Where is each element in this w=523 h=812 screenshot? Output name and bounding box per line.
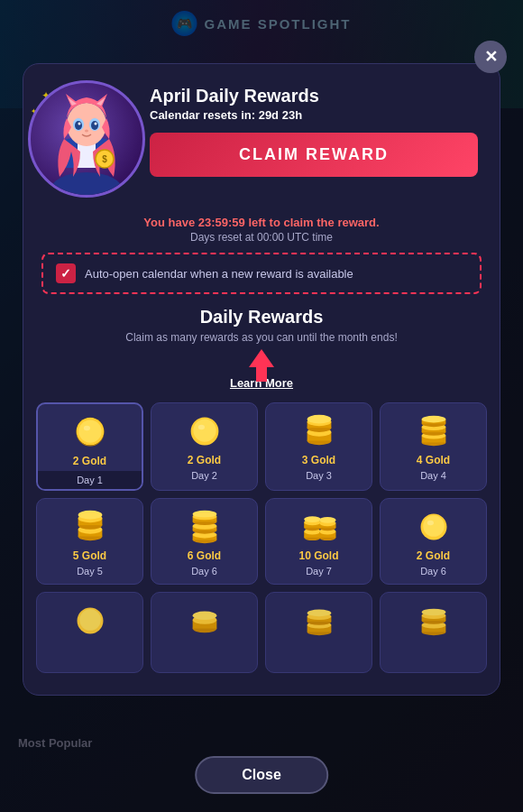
day-label-day3: Day 3	[306, 470, 332, 481]
svg-point-5	[75, 121, 82, 130]
reward-card-day7[interactable]: 10 Gold Day 7	[265, 498, 372, 585]
reward-card-day4[interactable]: 4 Gold Day 4	[380, 402, 487, 491]
svg-point-72	[79, 609, 101, 631]
reward-amount-day1: 2 Gold	[73, 455, 106, 467]
reward-card-day10[interactable]	[151, 592, 258, 673]
close-top-button[interactable]: ✕	[474, 41, 507, 73]
modal-header: ✦ ✦ ✦ ✦ ✦	[23, 64, 500, 207]
svg-point-67	[319, 517, 335, 523]
timer-text: You have 23:59:59 left to claim the rewa…	[23, 216, 500, 229]
coin-icon-day9	[73, 604, 107, 638]
reward-info: April Daily Rewards Calendar resets in: …	[150, 80, 478, 177]
day-label-day6: Day 6	[191, 566, 217, 577]
reward-img-day9	[71, 602, 109, 640]
auto-open-container[interactable]: ✓ Auto-open calendar when a new reward i…	[41, 253, 482, 294]
svg-point-36	[421, 416, 445, 423]
svg-point-90	[421, 609, 445, 616]
auto-open-label: Auto-open calendar when a new reward is …	[85, 267, 353, 281]
coin-icon-day5	[71, 510, 109, 544]
svg-marker-12	[249, 349, 274, 382]
svg-text:$: $	[102, 154, 107, 164]
svg-point-0	[50, 172, 123, 195]
reward-amount-day6: 6 Gold	[188, 549, 221, 562]
coin-icon-day10	[186, 604, 224, 638]
svg-point-70	[427, 521, 433, 525]
day-label-day2: Day 2	[191, 470, 217, 481]
svg-point-27	[307, 415, 331, 424]
reward-card-day12[interactable]	[380, 592, 487, 673]
reward-title: April Daily Rewards	[150, 86, 478, 106]
reward-amount-day7: 10 Gold	[298, 549, 338, 562]
svg-point-9	[85, 130, 88, 133]
rewards-modal: ✦ ✦ ✦ ✦ ✦	[23, 63, 500, 696]
day-label-day1: Day 1	[38, 471, 142, 489]
day-label-day7: Day 7	[306, 566, 332, 577]
reward-img-day5	[71, 508, 109, 546]
close-bottom-button[interactable]: Close	[195, 756, 328, 794]
reward-amount-day4: 4 Gold	[417, 454, 450, 466]
reward-subtitle: Calendar resets in: 29d 23h	[150, 108, 478, 122]
coin-icon-day12	[415, 604, 453, 638]
reward-card-day6[interactable]: 6 Gold Day 6	[151, 498, 258, 585]
coin-icon-day4	[415, 414, 453, 448]
day-label-day5: Day 5	[77, 566, 103, 577]
reward-img-day8	[415, 508, 453, 546]
reward-img-day1	[71, 413, 109, 451]
reset-schedule-text: Days reset at 00:00 UTC time	[23, 231, 500, 244]
auto-open-checkbox[interactable]: ✓	[56, 263, 76, 283]
reward-img-day4	[415, 412, 453, 450]
modal-overlay: ✦ ✦ ✦ ✦ ✦	[0, 0, 523, 812]
reward-amount-day5: 5 Gold	[73, 549, 106, 562]
svg-point-19	[193, 419, 216, 441]
coin-icon-day7	[300, 510, 338, 544]
reward-amount-day2: 2 Gold	[188, 454, 221, 466]
svg-point-2	[67, 103, 106, 146]
up-arrow-svg	[247, 347, 276, 383]
reward-amount-day3: 3 Gold	[302, 454, 335, 466]
timer-suffix: left to claim the reward.	[245, 216, 380, 229]
arrow-up-indicator	[23, 347, 500, 383]
reward-card-day2[interactable]: 2 Gold Day 2	[151, 402, 258, 491]
reward-card-day1[interactable]: 2 Gold Day 1	[36, 402, 143, 491]
reward-img-day6	[186, 508, 224, 546]
svg-point-76	[192, 612, 216, 621]
reward-card-day11[interactable]	[265, 592, 372, 673]
coin-icon-day6	[186, 510, 224, 544]
svg-point-8	[95, 123, 97, 125]
timer-prefix: You have	[143, 216, 197, 229]
day-label-day4: Day 4	[420, 470, 446, 481]
timer-value: 23:59:59	[198, 216, 245, 229]
reset-prefix: Calendar resets in:	[150, 108, 259, 122]
svg-point-43	[78, 511, 102, 520]
svg-point-20	[197, 425, 204, 429]
coin-icon-day2	[188, 414, 222, 448]
reward-card-day8[interactable]: 2 Gold Day 6	[380, 498, 487, 585]
svg-point-60	[304, 516, 320, 522]
daily-rewards-desc: Claim as many rewards as you can until t…	[23, 331, 500, 344]
rewards-grid: 2 Gold Day 1 2 Gold Day 2	[23, 402, 500, 673]
reward-img-day7	[300, 508, 338, 546]
daily-rewards-title: Daily Rewards	[23, 307, 500, 328]
coin-icon-day3	[300, 414, 338, 448]
reward-img-day3	[300, 412, 338, 450]
reward-img-day12	[415, 602, 453, 640]
day-label-day8: Day 6	[420, 566, 446, 577]
coin-icon-day8	[417, 510, 451, 544]
svg-point-83	[307, 610, 331, 617]
reward-card-day5[interactable]: 5 Gold Day 5	[36, 498, 143, 585]
svg-point-16	[78, 420, 101, 442]
character-avatar: $	[28, 80, 145, 198]
reset-countdown: 29d 23h	[259, 108, 302, 122]
reward-card-day9[interactable]	[36, 592, 143, 673]
svg-point-6	[91, 121, 98, 130]
svg-point-17	[83, 426, 89, 430]
reward-card-day3[interactable]: 3 Gold Day 3	[265, 402, 372, 491]
coin-icon-day11	[300, 604, 338, 638]
claim-reward-button[interactable]: CLAIM REWARD	[150, 133, 478, 177]
coin-icon-day1	[73, 415, 107, 449]
reward-img-day10	[186, 602, 224, 640]
reward-img-day11	[300, 602, 338, 640]
svg-point-69	[423, 515, 445, 537]
svg-point-7	[78, 123, 81, 125]
reward-img-day2	[186, 412, 224, 450]
